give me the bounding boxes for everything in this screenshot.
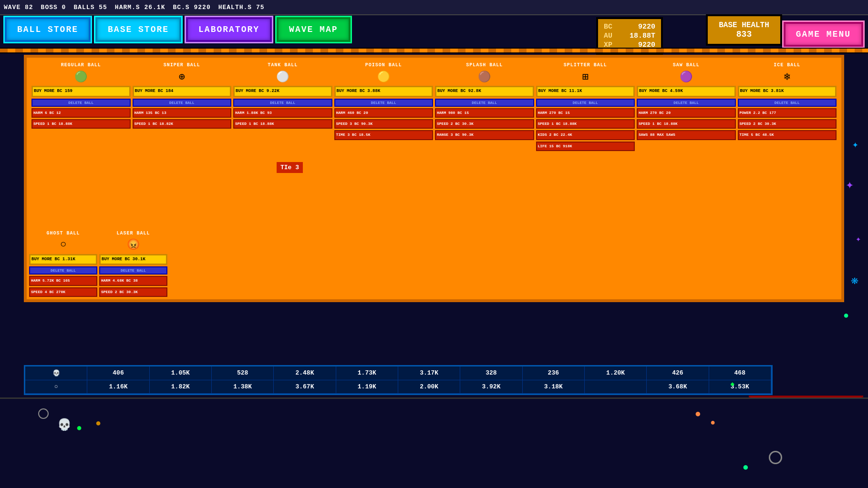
data-cell-r1-10: 426 — [647, 366, 709, 380]
data-cell-r2-2: 1.82K — [150, 380, 212, 393]
ball-icon-0: 🟢 — [31, 69, 131, 84]
buy-btn-7[interactable]: BUY MORE BC 3.81K — [738, 86, 837, 97]
health-status: HEALTH.S 75 — [218, 4, 265, 11]
float-ball-green: ● — [843, 310, 849, 321]
wave-map-button[interactable]: WAVE MAP — [277, 17, 350, 42]
harm-status: HARM.S 26.1K — [115, 4, 165, 11]
delete-btn-5[interactable]: DELETE BALL — [536, 99, 635, 107]
delete-btn-0[interactable]: DELETE BALL — [31, 99, 131, 107]
upgrade-btn-5-0[interactable]: HARM 270 BC 15 — [536, 108, 635, 118]
float-ball-small: ✦ — [856, 234, 861, 244]
deco-border — [0, 48, 868, 53]
buy-btn-3[interactable]: BUY MORE BC 3.88K — [334, 86, 434, 97]
upgrade-btn-4-2[interactable]: RANGE 3 BC 90.3K — [435, 130, 534, 140]
delete-btn-6[interactable]: DELETE BALL — [637, 99, 736, 107]
ball-icon-2: ⚪ — [233, 69, 332, 84]
upgrade-btn-4-0[interactable]: HARM 980 BC 15 — [435, 108, 534, 118]
ball-icon-5: ⊞ — [536, 69, 635, 84]
buy-btn-5[interactable]: BUY MORE BC 11.1K — [536, 86, 635, 97]
data-cell-r2-7: 3.92K — [460, 380, 522, 393]
ball-name-5: SPLITTER BALL — [536, 62, 635, 68]
tier3-badge: TIe 3 — [277, 162, 303, 173]
data-cell-r2-4: 3.67K — [274, 380, 336, 393]
upgrade-btn-5-2[interactable]: KIDS 2 BC 22.4K — [536, 130, 635, 140]
laboratory-button[interactable]: LABORATORY — [186, 17, 272, 42]
data-cell-r1-11: 468 — [709, 366, 771, 380]
game-area: 💀 ● ● ● ● ● ◆ — [0, 397, 868, 488]
ball-icon-7: ❄ — [738, 69, 837, 84]
data-cell-r1-2: 1.05K — [150, 366, 212, 380]
enemy-2: ● — [710, 418, 715, 427]
float-ball-blue: ✦ — [852, 138, 858, 151]
data-cell-r2-1: 1.16K — [87, 380, 149, 393]
nav-bar: BALL STORE BASE STORE LABORATORY WAVE MA… — [5, 17, 351, 42]
ball-icon-9: 😡 — [99, 237, 167, 253]
upgrade-btn-3-0[interactable]: HARM 460 BC 20 — [334, 108, 434, 118]
upgrade-btn-1-0[interactable]: HARM 135 BC 13 — [133, 108, 232, 118]
game-green-ball-2: ● — [743, 462, 749, 474]
buy-btn-2[interactable]: BUY MORE BC 9.22K — [233, 86, 332, 97]
data-cell-r1-7: 328 — [460, 366, 522, 380]
game-circle — [38, 408, 49, 419]
data-cell-r2-6: 2.00K — [398, 380, 460, 393]
game-circle-2 — [769, 451, 782, 464]
upgrade-btn-8-0[interactable]: HARM 5.72K BC 165 — [29, 276, 97, 285]
upgrade-btn-7-1[interactable]: SPEED 2 BC 30.3K — [738, 119, 837, 129]
delete-btn-8[interactable]: DELETE BALL — [29, 266, 97, 274]
au-label: AU — [604, 32, 612, 40]
upgrade-btn-2-0[interactable]: HARM 1.88K BC 93 — [233, 108, 332, 118]
delete-btn-1[interactable]: DELETE BALL — [133, 99, 232, 107]
base-store-button[interactable]: BASE STORE — [95, 17, 181, 42]
delete-btn-7[interactable]: DELETE BALL — [738, 99, 837, 107]
delete-btn-4[interactable]: DELETE BALL — [435, 99, 534, 107]
buy-btn-0[interactable]: BUY MORE BC 159 — [31, 86, 131, 97]
upgrade-btn-5-3[interactable]: LIFE 15 BC 918K — [536, 142, 635, 151]
data-row-1: 💀4061.05K5282.48K1.73K3.17K3282361.20K42… — [25, 366, 771, 380]
upgrade-btn-2-1[interactable]: SPEED 1 BC 18.88K — [233, 119, 332, 129]
upgrade-btn-0-0[interactable]: HARM 6 BC 12 — [31, 108, 131, 118]
data-cell-r2-0: ○ — [25, 380, 87, 393]
float-ball-purple: ✦ — [846, 176, 854, 193]
status-bar: WAVE 82 BOSS 0 BALLS 55 HARM.S 26.1K BC.… — [0, 0, 868, 15]
upgrade-btn-7-2[interactable]: TIME 5 BC 48.5K — [738, 130, 837, 140]
data-cell-r1-9: 1.20K — [585, 366, 647, 380]
upgrade-btn-4-1[interactable]: SPEED 2 BC 30.3K — [435, 119, 534, 129]
store-panel: REGULAR BALL🟢BUY MORE BC 159DELETE BALLH… — [24, 55, 844, 302]
buy-btn-1[interactable]: BUY MORE BC 184 — [133, 86, 232, 97]
delete-btn-9[interactable]: DELETE BALL — [99, 266, 167, 274]
upgrade-btn-5-1[interactable]: SPEED 1 BC 18.88K — [536, 119, 635, 129]
upgrade-btn-9-1[interactable]: SPEED 2 BC 30.3K — [99, 287, 167, 297]
float-ball-cyan: ❋ — [851, 273, 858, 288]
upgrade-btn-0-1[interactable]: SPEED 1 BC 18.88K — [31, 119, 131, 129]
ball-name-9: LASER BALL — [99, 231, 167, 236]
upgrade-btn-3-1[interactable]: SPEED 3 BC 90.3K — [334, 119, 434, 129]
data-cell-r2-9 — [585, 380, 647, 393]
upgrade-btn-3-2[interactable]: TIME 3 BC 18.5K — [334, 130, 434, 140]
bc-value: 9220 — [638, 23, 655, 31]
bcs-status: BC.S 9220 — [173, 4, 210, 11]
upgrade-btn-6-1[interactable]: SPEED 1 BC 18.88K — [637, 119, 736, 129]
upgrade-btn-7-0[interactable]: POWER 2.2 BC 177 — [738, 108, 837, 118]
buy-btn-8[interactable]: BUY MORE BC 1.31K — [29, 254, 97, 265]
data-cell-r1-4: 2.48K — [274, 366, 336, 380]
upgrade-btn-8-1[interactable]: SPEED 4 BC 270K — [29, 287, 97, 297]
bc-label: BC — [604, 23, 612, 31]
upgrade-btn-6-0[interactable]: HARM 270 BC 20 — [637, 108, 736, 118]
delete-btn-2[interactable]: DELETE BALL — [233, 99, 332, 107]
buy-btn-6[interactable]: BUY MORE BC 4.59K — [637, 86, 736, 97]
upgrade-btn-6-2[interactable]: SAWS 88 MAX SAWS — [637, 130, 736, 140]
ball-store-button[interactable]: BALL STORE — [5, 17, 91, 42]
upgrade-btn-1-1[interactable]: SPEED 1 BC 18.82K — [133, 119, 232, 129]
enemy-1: ● — [695, 408, 701, 420]
ball-col-9: LASER BALL😡BUY MORE BC 30.1KDELETE BALLH… — [99, 231, 167, 297]
delete-btn-3[interactable]: DELETE BALL — [334, 99, 434, 107]
upgrade-btn-9-0[interactable]: HARM 4.68K BC 38 — [99, 276, 167, 285]
buy-btn-4[interactable]: BUY MORE BC 92.8K — [435, 86, 534, 97]
ball-name-1: SNIPER BALL — [133, 62, 232, 68]
game-menu-button[interactable]: GAME MENU — [784, 22, 863, 47]
buy-btn-9[interactable]: BUY MORE BC 30.1K — [99, 254, 167, 265]
data-cell-r2-8: 3.18K — [523, 380, 585, 393]
data-cell-r1-1: 406 — [87, 366, 149, 380]
data-cell-r2-10: 3.68K — [647, 380, 709, 393]
wave-status: WAVE 82 — [4, 4, 33, 11]
